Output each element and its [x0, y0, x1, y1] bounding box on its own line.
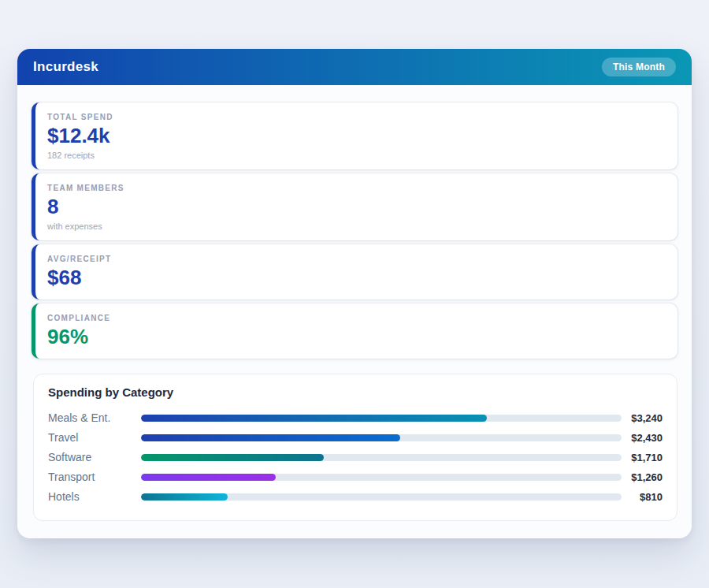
- app-title: Incurdesk: [33, 59, 98, 75]
- bar-track: [141, 474, 622, 481]
- stat-value: 8: [47, 195, 663, 219]
- stat-subtext: 182 receipts: [47, 151, 663, 160]
- category-label: Transport: [48, 471, 141, 483]
- category-value: $3,240: [622, 412, 663, 424]
- category-value: $1,710: [622, 452, 663, 463]
- stat-label: TOTAL SPEND: [47, 113, 663, 121]
- bar-fill-travel: [141, 434, 400, 441]
- stat-card-total-spend: TOTAL SPEND $12.4k 182 receipts: [32, 102, 677, 169]
- category-value: $810: [622, 491, 663, 503]
- dashboard-panel: Incurdesk This Month TOTAL SPEND $12.4k …: [17, 49, 692, 538]
- stat-subtext: with expenses: [47, 221, 663, 231]
- stats-section: TOTAL SPEND $12.4k 182 receipts TEAM MEM…: [17, 85, 692, 359]
- bar-fill-meals: [141, 415, 487, 422]
- category-label: Software: [48, 451, 141, 463]
- category-value: $1,260: [622, 471, 663, 483]
- bar-track: [141, 454, 622, 461]
- chart-row-software: Software $1,710: [48, 448, 663, 467]
- stat-value: $68: [47, 266, 663, 290]
- bar-track: [141, 493, 622, 501]
- stat-value: $12.4k: [47, 125, 663, 148]
- bar-fill-software: [141, 454, 324, 461]
- chart-row-travel: Travel $2,430: [48, 428, 663, 448]
- stat-label: AVG/RECEIPT: [47, 255, 663, 263]
- category-label: Travel: [48, 431, 141, 444]
- chart-row-transport: Transport $1,260: [48, 467, 663, 487]
- bar-fill-hotels: [141, 493, 228, 501]
- stat-label: COMPLIANCE: [47, 314, 663, 322]
- stat-card-team-members: TEAM MEMBERS 8 with expenses: [32, 173, 677, 240]
- chart-row-hotels: Hotels $810: [48, 487, 663, 507]
- stat-card-compliance: COMPLIANCE 96%: [32, 303, 677, 359]
- period-badge[interactable]: This Month: [602, 58, 676, 76]
- bar-fill-transport: [141, 474, 276, 481]
- stat-card-avg-receipt: AVG/RECEIPT $68: [32, 244, 677, 300]
- category-label: Meals & Ent.: [48, 411, 141, 424]
- stat-label: TEAM MEMBERS: [47, 184, 663, 192]
- chart-title: Spending by Category: [48, 385, 663, 399]
- spending-by-category-card: Spending by Category Meals & Ent. $3,240…: [33, 374, 677, 521]
- chart-row-meals: Meals & Ent. $3,240: [48, 408, 663, 428]
- category-value: $2,430: [622, 432, 663, 444]
- bar-track: [141, 415, 622, 422]
- bar-track: [141, 434, 622, 441]
- stat-value: 96%: [47, 326, 663, 349]
- app-header: Incurdesk This Month: [17, 49, 692, 85]
- category-label: Hotels: [48, 490, 141, 503]
